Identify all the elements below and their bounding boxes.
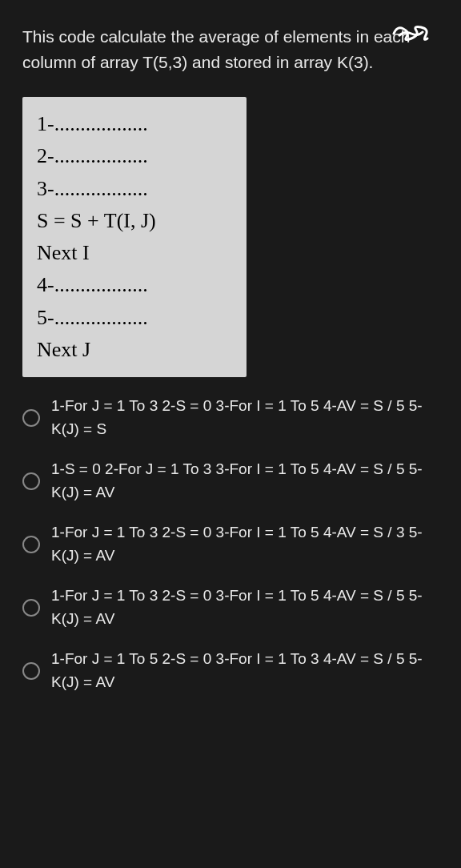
option-5[interactable]: 1-For J = 1 To 5 2-S = 0 3-For I = 1 To …: [22, 648, 439, 693]
code-line-5: Next I: [37, 237, 232, 269]
option-2[interactable]: 1-S = 0 2-For J = 1 To 3 3-For I = 1 To …: [22, 458, 439, 504]
code-line-3: 3-..................: [37, 173, 232, 205]
radio-icon: [22, 662, 40, 680]
option-text: 1-For J = 1 To 5 2-S = 0 3-For I = 1 To …: [51, 648, 439, 693]
radio-icon: [22, 472, 40, 490]
option-1[interactable]: 1-For J = 1 To 3 2-S = 0 3-For I = 1 To …: [22, 395, 439, 440]
option-3[interactable]: 1-For J = 1 To 3 2-S = 0 3-For I = 1 To …: [22, 521, 439, 567]
scribble-mark: [387, 19, 435, 48]
code-line-6: 4-..................: [37, 269, 232, 301]
option-text: 1-For J = 1 To 3 2-S = 0 3-For I = 1 To …: [51, 585, 439, 630]
code-line-1: 1-..................: [37, 108, 232, 140]
radio-icon: [22, 599, 40, 617]
options-group: 1-For J = 1 To 3 2-S = 0 3-For I = 1 To …: [22, 395, 439, 693]
question-text: This code calculate the average of eleme…: [22, 24, 439, 74]
option-4[interactable]: 1-For J = 1 To 3 2-S = 0 3-For I = 1 To …: [22, 585, 439, 630]
radio-icon: [22, 536, 40, 553]
code-line-4: S = S + T(I, J): [37, 205, 232, 237]
code-line-2: 2-..................: [37, 140, 232, 172]
code-block: 1-.................. 2-.................…: [22, 97, 247, 377]
code-line-7: 5-..................: [37, 302, 232, 334]
option-text: 1-S = 0 2-For J = 1 To 3 3-For I = 1 To …: [51, 458, 439, 504]
option-text: 1-For J = 1 To 3 2-S = 0 3-For I = 1 To …: [51, 521, 439, 567]
code-line-8: Next J: [37, 334, 232, 366]
option-text: 1-For J = 1 To 3 2-S = 0 3-For I = 1 To …: [51, 395, 439, 440]
radio-icon: [22, 409, 40, 427]
